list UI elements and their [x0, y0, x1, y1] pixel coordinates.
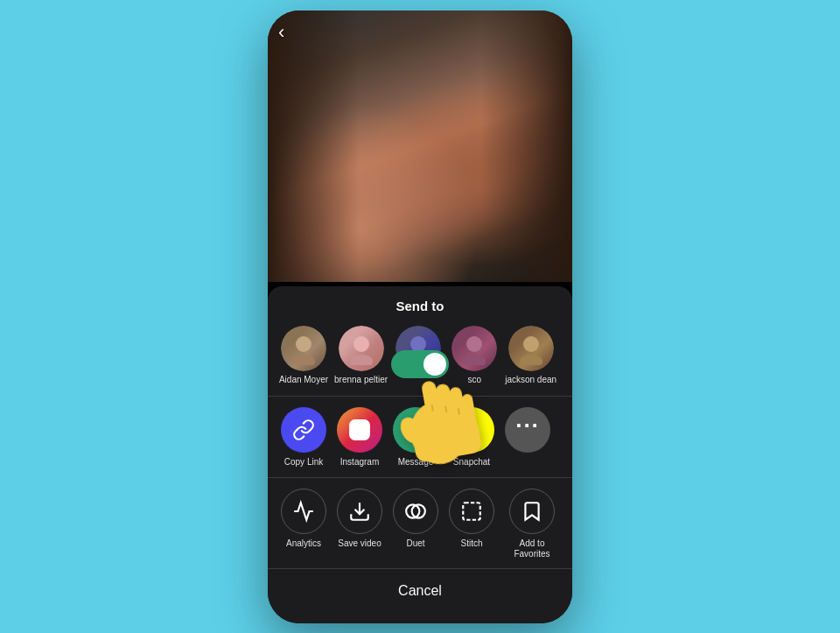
duet-icon — [393, 489, 438, 534]
add-favorites-icon — [509, 489, 555, 534]
svg-point-6 — [466, 336, 482, 352]
snapchat-icon — [449, 407, 494, 453]
share-more[interactable]: ··· — [502, 407, 553, 467]
svg-point-3 — [350, 355, 373, 365]
instagram-icon — [337, 407, 382, 453]
message-icon — [393, 407, 438, 453]
divider-2 — [268, 477, 572, 478]
cancel-row: Cancel — [268, 568, 572, 616]
svg-point-2 — [354, 336, 369, 352]
share-snapchat[interactable]: Snapchat — [446, 407, 497, 467]
copy-link-icon — [281, 407, 326, 453]
snapchat-label: Snapchat — [453, 457, 490, 467]
friend-avatar-aidan — [281, 326, 326, 371]
stitch-icon — [449, 489, 494, 534]
analytics-icon — [281, 489, 326, 534]
video-background — [268, 11, 572, 282]
toggle-chip[interactable] — [391, 350, 449, 378]
friend-name-jackson: jackson dean — [505, 375, 556, 385]
action-add-favorites[interactable]: Add to Favorites — [502, 489, 562, 559]
copy-link-label: Copy Link — [284, 457, 323, 467]
friend-name-brenna: brenna peltier — [334, 375, 388, 385]
svg-point-9 — [520, 355, 542, 365]
action-stitch[interactable]: Stitch — [446, 489, 497, 559]
svg-point-1 — [292, 355, 315, 365]
add-favorites-label: Add to Favorites — [502, 538, 562, 559]
friend-avatar-sco — [452, 326, 497, 371]
friend-item-sco[interactable]: sco — [449, 326, 500, 385]
more-icon: ··· — [505, 407, 550, 453]
phone-frame: ‹ Send to Aidan Moyer — [268, 11, 572, 623]
friend-item-aidan[interactable]: Aidan Moyer — [278, 326, 329, 385]
save-video-label: Save video — [338, 538, 381, 549]
svg-point-11 — [355, 425, 365, 434]
svg-point-7 — [463, 355, 486, 365]
friend-avatar-jackson — [508, 326, 554, 371]
share-copy-link[interactable]: Copy Link — [278, 407, 329, 467]
friend-name-aidan: Aidan Moyer — [279, 375, 328, 385]
share-message[interactable]: Message — [390, 407, 441, 467]
action-save-video[interactable]: Save video — [334, 489, 385, 559]
svg-point-8 — [523, 336, 539, 352]
back-button[interactable]: ‹ — [278, 21, 284, 44]
share-bottom-sheet: Send to Aidan Moyer — [268, 286, 572, 623]
action-analytics[interactable]: Analytics — [278, 489, 329, 559]
cancel-button[interactable]: Cancel — [278, 574, 562, 608]
toggle-dot — [424, 353, 446, 376]
stitch-label: Stitch — [460, 538, 482, 549]
friend-item-brenna[interactable]: brenna peltier — [334, 326, 388, 385]
video-area: ‹ — [268, 11, 572, 282]
save-video-icon — [337, 489, 382, 534]
instagram-label: Instagram — [340, 457, 379, 467]
friend-name-sco: sco — [467, 375, 481, 385]
share-row: Copy Link Instagram Me — [268, 400, 572, 474]
divider-1 — [268, 396, 572, 397]
analytics-label: Analytics — [286, 538, 321, 549]
action-row: Analytics Save video — [268, 482, 572, 566]
friend-avatar-brenna — [339, 326, 384, 371]
duet-label: Duet — [406, 538, 424, 549]
svg-rect-16 — [463, 503, 480, 520]
send-to-title: Send to — [268, 286, 572, 322]
message-label: Message — [398, 457, 434, 467]
action-duet[interactable]: Duet — [390, 489, 441, 559]
svg-point-0 — [296, 336, 312, 352]
svg-point-12 — [363, 423, 366, 426]
share-instagram[interactable]: Instagram — [334, 407, 385, 467]
friend-item-jackson[interactable]: jackson dean — [505, 326, 556, 385]
